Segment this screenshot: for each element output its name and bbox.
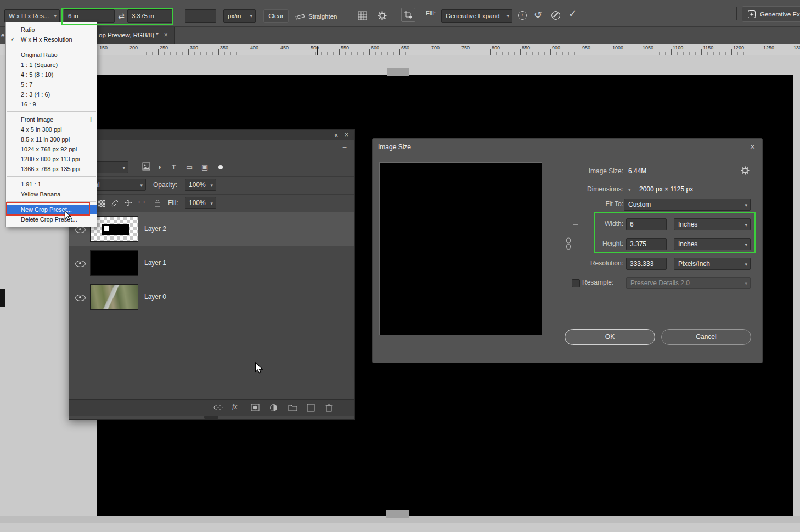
collapse-panel-icon[interactable]: « bbox=[334, 130, 338, 140]
commit-crop-icon[interactable]: ✓ bbox=[568, 8, 577, 20]
close-panel-icon[interactable]: × bbox=[345, 130, 348, 140]
dialog-gear-icon[interactable] bbox=[741, 166, 750, 175]
layer-row[interactable]: Layer 1 bbox=[69, 246, 354, 280]
layer-name[interactable]: Layer 0 bbox=[144, 280, 166, 314]
ok-button[interactable]: OK bbox=[565, 329, 655, 345]
ruler-label: 750 bbox=[461, 45, 470, 50]
generative-expand-button[interactable]: Generative Ex bbox=[742, 6, 800, 22]
filter-toggle-icon[interactable] bbox=[218, 165, 223, 169]
layer-row[interactable]: Layer 0 bbox=[69, 280, 354, 314]
crop-overlay-grid-icon[interactable] bbox=[358, 11, 367, 20]
clear-button[interactable]: Clear bbox=[263, 9, 289, 23]
visibility-toggle-icon[interactable] bbox=[75, 227, 86, 233]
layer-row[interactable]: Layer 2 bbox=[69, 212, 354, 246]
ruler-label: 1050 bbox=[643, 45, 653, 50]
layer-effects-icon[interactable]: fx bbox=[232, 402, 237, 411]
document-tab-title: op Preview, RGB/8) * bbox=[99, 26, 159, 44]
document-tab-bar: e op Preview, RGB/8) * × bbox=[0, 26, 800, 44]
close-tab-icon[interactable]: × bbox=[164, 26, 168, 44]
layer-name[interactable]: Layer 1 bbox=[144, 246, 166, 280]
new-layer-icon[interactable] bbox=[307, 404, 315, 412]
crop-resolution-input[interactable] bbox=[185, 9, 216, 23]
opacity-select[interactable]: 100% ▾ bbox=[185, 179, 216, 191]
link-layers-icon[interactable] bbox=[213, 404, 223, 411]
canvas-notch-bottom bbox=[386, 510, 409, 518]
ruler-tick bbox=[249, 49, 249, 55]
menu-separator bbox=[7, 176, 96, 177]
resolution-unit-select[interactable]: Pixels/Inch ▾ bbox=[674, 258, 751, 270]
straighten-label: Straighten bbox=[308, 13, 337, 20]
smart-object-filter-icon[interactable]: ▣ bbox=[201, 162, 208, 172]
resolution-unit-select[interactable]: px/in ▾ bbox=[223, 9, 256, 23]
crop-preset-menu: Ratio✓W x H x ResolutionOriginal Ratio1 … bbox=[5, 22, 97, 227]
fill-select[interactable]: 100% ▾ bbox=[185, 197, 216, 209]
crop-settings-gear-icon[interactable] bbox=[378, 11, 387, 20]
panel-header: « × bbox=[69, 130, 354, 140]
delete-layer-icon[interactable] bbox=[325, 404, 333, 412]
crop-menu-item[interactable]: 2 : 3 (4 : 6) bbox=[6, 89, 97, 99]
close-dialog-icon[interactable]: × bbox=[750, 142, 755, 152]
visibility-toggle-icon[interactable] bbox=[75, 261, 86, 267]
dimensions-chevron-icon[interactable]: ▾ bbox=[628, 185, 631, 194]
fill-mode-select[interactable]: Generative Expand ▾ bbox=[441, 9, 512, 23]
options-bar-divider bbox=[736, 7, 737, 20]
annotation-green-rect bbox=[61, 8, 173, 25]
fill-label: Fill: bbox=[426, 0, 436, 26]
resample-checkbox[interactable] bbox=[572, 279, 580, 287]
reset-crop-icon[interactable]: ↺ bbox=[534, 9, 542, 21]
layer-thumbnail[interactable] bbox=[90, 216, 138, 242]
info-icon[interactable]: i bbox=[518, 11, 527, 20]
lock-transparency-icon[interactable] bbox=[98, 200, 105, 207]
new-group-icon[interactable] bbox=[288, 404, 297, 411]
toolbar-sliver bbox=[0, 289, 5, 307]
crop-menu-item[interactable]: ✓W x H x Resolution bbox=[6, 35, 97, 44]
lock-artboard-icon[interactable]: ▭ bbox=[138, 197, 145, 206]
layer-name[interactable]: Layer 2 bbox=[144, 212, 166, 246]
straighten-button[interactable]: Straighten bbox=[295, 9, 337, 23]
document-tab[interactable]: op Preview, RGB/8) * × bbox=[92, 26, 175, 44]
shape-filter-icon[interactable]: ▭ bbox=[186, 162, 193, 172]
menu-item-label: 8.5 x 11 in 300 ppi bbox=[21, 136, 70, 143]
crop-menu-item[interactable]: 8.5 x 11 in 300 ppi bbox=[6, 134, 97, 144]
add-mask-icon[interactable] bbox=[251, 404, 260, 411]
visibility-toggle-icon[interactable] bbox=[75, 295, 86, 301]
crop-menu-item[interactable]: Yellow Banana bbox=[6, 189, 97, 199]
crop-menu-item[interactable]: 1366 x 768 px 135 ppi bbox=[6, 164, 97, 174]
crop-menu-item[interactable]: Delete Crop Preset... bbox=[6, 214, 97, 224]
lock-position-icon[interactable] bbox=[125, 199, 132, 207]
adjustment-filter-icon[interactable]: ◑ bbox=[157, 162, 161, 172]
layer-thumbnail[interactable] bbox=[90, 284, 138, 310]
crop-preset-value: W x H x Res... bbox=[9, 13, 49, 19]
lock-all-icon[interactable] bbox=[154, 199, 161, 207]
cancel-button[interactable]: Cancel bbox=[661, 329, 751, 345]
crop-menu-item[interactable]: 1024 x 768 px 92 ppi bbox=[6, 144, 97, 154]
crop-menu-item[interactable]: Ratio bbox=[6, 25, 97, 35]
crop-menu-item[interactable]: 4 x 5 in 300 ppi bbox=[6, 124, 97, 134]
crop-preset-select[interactable]: W x H x Res... ▾ bbox=[4, 9, 60, 23]
pixel-layer-filter-icon[interactable] bbox=[142, 162, 150, 171]
crop-menu-item[interactable]: 1280 x 800 px 113 ppi bbox=[6, 154, 97, 164]
panel-menu-icon[interactable]: ≡ bbox=[342, 144, 347, 153]
layer-thumbnail[interactable] bbox=[90, 250, 138, 276]
dialog-title: Image Size bbox=[373, 139, 762, 156]
type-filter-icon[interactable]: T bbox=[172, 162, 176, 172]
chevron-down-icon: ▾ bbox=[54, 10, 57, 22]
crop-menu-item[interactable]: 1.91 : 1 bbox=[6, 179, 97, 189]
fit-to-select[interactable]: Custom ▾ bbox=[624, 199, 751, 211]
image-size-value: 6.44M bbox=[628, 167, 646, 175]
crop-menu-item[interactable]: Original Ratio bbox=[6, 50, 97, 60]
crop-menu-item[interactable]: 4 : 5 (8 : 10) bbox=[6, 70, 97, 80]
crop-menu-item[interactable]: Front ImageI bbox=[6, 115, 97, 124]
panel-resize-handle[interactable] bbox=[204, 416, 218, 419]
cancel-crop-icon[interactable] bbox=[551, 11, 560, 20]
resolution-input[interactable]: 333.333 bbox=[626, 258, 667, 270]
lock-pixels-brush-icon[interactable] bbox=[111, 199, 119, 207]
crop-menu-item[interactable]: 1 : 1 (Square) bbox=[6, 60, 97, 70]
delete-cropped-pixels-icon[interactable] bbox=[401, 8, 415, 22]
crop-menu-item[interactable]: 16 : 9 bbox=[6, 99, 97, 109]
adjustment-layer-icon[interactable] bbox=[269, 404, 278, 412]
ruler-tick bbox=[188, 49, 189, 55]
crop-menu-item[interactable]: 5 : 7 bbox=[6, 80, 97, 89]
ruler-tick bbox=[98, 49, 98, 55]
ruler-label: 950 bbox=[582, 45, 590, 50]
